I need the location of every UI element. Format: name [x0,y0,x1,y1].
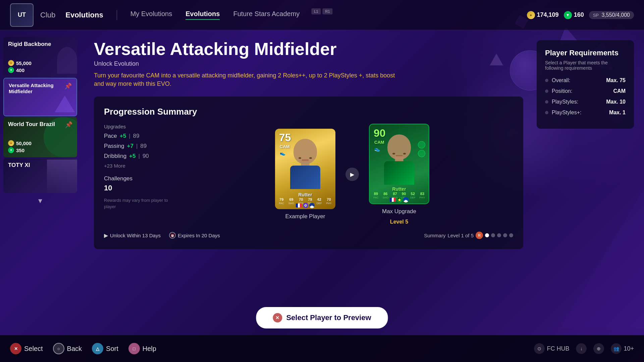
sidebar-item-toty[interactable]: TOTY XI [3,158,77,193]
more-stats: +23 More [104,163,178,169]
level-dot-1 [485,233,489,237]
players-icon: 👥 [611,343,622,354]
max-phy: 83 PHY [420,191,425,200]
circle-button-icon: ○ [53,343,64,354]
select-player-button[interactable]: ✕ Select Player to Preview [256,307,388,328]
req-subtitle: Select a Player that meets the following… [545,60,626,71]
level-dots: Summary Level 1 of 5 R [424,232,513,239]
green-value: 160 [574,11,584,18]
download-icon: ↓ [576,343,587,354]
max-sho: 86 SHO [383,191,388,200]
nav-club[interactable]: Club [40,11,55,19]
green-currency-display: ▼ 160 [564,11,584,19]
requirements-card: Player Requirements Select a Player that… [537,40,634,129]
rewards-note: Rewards may vary from player to player [104,197,178,209]
nav-evolutions-sub[interactable]: Evolutions [185,10,220,20]
players-item[interactable]: 👥 10+ [611,343,634,354]
passing-stat: Passing +7 | 89 [104,143,178,149]
nav-separator [117,10,117,20]
evo-description: Turn your favourite CAM into a versatile… [94,71,396,88]
triangle-button-icon: △ [92,343,103,354]
help-action[interactable]: □ Help [128,343,156,354]
coins-display: ● 174,109 [527,11,559,19]
back-label: Back [67,345,82,353]
evo-title: Versatile Attacking Midfielder [94,40,523,58]
pin-icon: 📌 [64,82,72,90]
req-dot [545,111,548,114]
progression-footer: ▶ Unlock Within 13 Days ⏰ Expires In 20 … [104,232,513,239]
def-stat: 42 DEF [317,197,322,205]
nav-future-stars[interactable]: Future Stars Academy [233,10,300,20]
req-dot [545,89,548,93]
nav-my-evolutions[interactable]: My Evolutions [130,10,172,20]
fc-hub-label: FC HUB [547,345,569,352]
btn-x-icon: ✕ [273,313,282,322]
cost-coin-icon: ● [8,60,14,66]
max-league-badge [403,197,409,202]
league-badge [309,203,315,208]
phy-stat: 70 PHY [326,197,331,205]
next-arrow-btn[interactable]: ▶ [345,168,359,181]
world-tour-pin-icon: 📌 [65,121,72,128]
ut-logo: UT [10,3,34,27]
sidebar-item-versatile[interactable]: Versatile Attacking Midfielder 📌 [3,78,77,116]
max-club-badge: ⭐ [397,197,402,202]
pace-stat: Pace +5 | 89 [104,133,178,139]
players-count: 10+ [624,345,634,352]
player-face-example [285,139,325,189]
world-tour-green: ▼ 350 [8,147,72,153]
sidebar-item-world-tour[interactable]: World Tour Brazil 📌 ● 50,000 ▼ 350 [3,117,77,157]
example-player-card: 75 CAM 👟 [275,129,335,209]
club-badge: ⚽ [303,203,308,208]
select-action[interactable]: ✕ Select [10,343,43,354]
bottom-right-icons: ⊙ FC HUB ↓ ⊕ 👥 10+ [534,343,634,354]
progression-layout: Upgrades Pace +5 | 89 Passing +7 | 89 [104,124,513,225]
max-def: 52 DEF [410,191,416,200]
player-cards-area: 75 CAM 👟 [191,124,513,225]
back-action[interactable]: ○ Back [53,343,82,354]
online-icon: ⊕ [593,343,604,354]
player-face-max [379,134,419,185]
sidebar-scroll-down[interactable]: ▼ [0,194,80,208]
sort-action[interactable]: △ Sort [92,343,118,354]
level-text: Level 1 of 5 [447,233,474,238]
max-card-flags: ⭐ [390,197,409,202]
req-dot [545,79,548,82]
req-position: Position: CAM [545,88,626,94]
fc-hub-item[interactable]: ⊙ FC HUB [534,343,569,354]
boot-icon: 👟 [280,150,285,156]
sidebar: Rigid Backbone ● 55,000 ▼ 400 [0,30,80,362]
main-nav: Club Evolutions My Evolutions Evolutions… [40,10,527,20]
challenges-label: Challenges [104,175,178,182]
coins-value: 174,109 [537,11,559,18]
help-label: Help [143,345,156,353]
france-flag [296,203,302,207]
r1-button[interactable]: R1 [323,8,333,14]
req-title: Player Requirements [545,49,626,57]
progression-stats: Upgrades Pace +5 | 89 Passing +7 | 89 [104,124,178,209]
sho-stat: 69 SHO [288,197,294,205]
max-upgrade-card: 90 CAM 👟 [369,124,429,204]
challenges-count: 10 [104,184,178,192]
select-label: Select [24,345,43,353]
expires-days-item: ⏰ Expires In 20 Days [169,232,220,239]
level-dot-4 [503,233,507,237]
progression-card: Progression Summary Upgrades Pace +5 | 8… [94,97,523,249]
nav-evolutions[interactable]: Evolutions [65,11,103,19]
world-tour-title: World Tour Brazil [8,121,55,128]
example-player-label: Example Player [285,213,325,220]
header: L1 R1 UT Club Evolutions My Evolutions E… [0,0,644,30]
sp-value: 3,550/4,000 [601,12,630,18]
rigid-backbone-green: ▼ 400 [8,67,72,73]
select-player-label: Select Player to Preview [286,313,371,322]
rigid-backbone-title: Rigid Backbone [8,41,72,48]
l1-button[interactable]: L1 [311,8,321,14]
expires-days: Expires In 20 Days [178,233,220,238]
summary-label: Summary [424,233,445,238]
req-playstyles-plus: PlayStyles+: Max. 1 [545,110,626,116]
max-upgrade-label: Max Upgrade [382,208,416,215]
online-item[interactable]: ⊕ [593,343,604,354]
req-playstyles: PlayStyles: Max. 10 [545,99,626,105]
download-item[interactable]: ↓ [576,343,587,354]
sidebar-item-rigid-backbone[interactable]: Rigid Backbone ● 55,000 ▼ 400 [3,37,77,77]
